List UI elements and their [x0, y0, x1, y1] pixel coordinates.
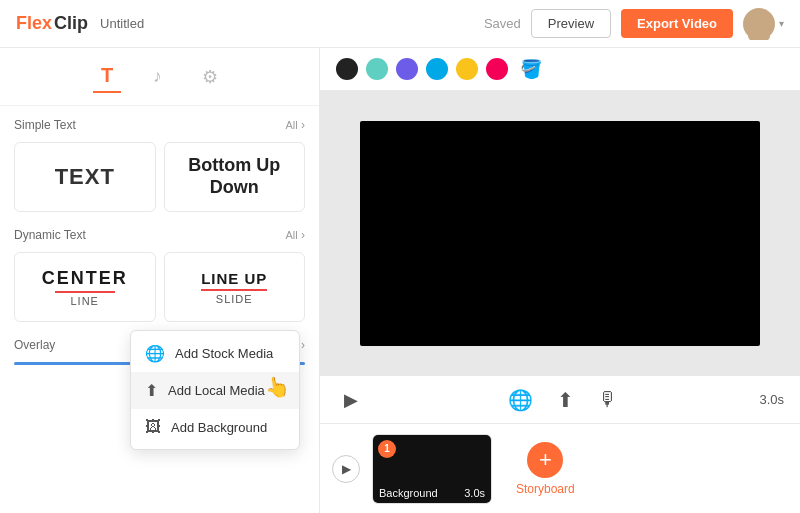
background-label: Add Background [171, 420, 267, 435]
timeline: ▶ 1 Background 3.0s + Storyboard [320, 423, 800, 513]
globe-icon: 🌐 [145, 344, 165, 363]
center-card-content: CENTER LINE [42, 268, 128, 307]
play-button[interactable]: ▶ [336, 385, 366, 415]
tab-music[interactable]: ♪ [145, 62, 170, 91]
canvas-area [320, 91, 800, 375]
fill-bucket-icon[interactable]: 🪣 [520, 58, 542, 80]
simple-text-header: Simple Text All › [14, 118, 305, 132]
preview-button[interactable]: Preview [531, 9, 611, 38]
lineup-main-text: LINE UP [201, 270, 267, 291]
text-card-bottomup[interactable]: Bottom UpDown [164, 142, 306, 212]
storyboard-button[interactable]: + Storyboard [504, 436, 587, 502]
tab-text[interactable]: T [93, 60, 121, 93]
image-icon: 🖼 [145, 418, 161, 436]
center-main-text: CENTER [42, 268, 128, 289]
upload-icon: ⬆ [145, 381, 158, 400]
logo-flex: Flex [16, 13, 52, 34]
svg-point-0 [752, 13, 766, 27]
text-card-center[interactable]: CENTER LINE [14, 252, 156, 322]
video-controls: ▶ 🌐 ⬆ 🎙 3.0s [320, 375, 800, 423]
color-swatch-purple[interactable] [396, 58, 418, 80]
clip-duration: 3.0s [464, 487, 485, 499]
svg-point-1 [748, 29, 770, 40]
main: T ♪ ⚙ Simple Text All › TEXT Bottom UpDo… [0, 48, 800, 513]
overlay-title: Overlay [14, 338, 55, 352]
avatar [743, 8, 775, 40]
navbar-right: Saved Preview Export Video ▾ [484, 8, 784, 40]
navbar-left: FlexClip Untitled [16, 13, 144, 34]
lineup-sub-text: SLIDE [201, 293, 267, 305]
color-swatch-pink[interactable] [486, 58, 508, 80]
chevron-down-icon: ▾ [779, 18, 784, 29]
timeline-play-button[interactable]: ▶ [332, 455, 360, 483]
avatar-wrapper[interactable]: ▾ [743, 8, 784, 40]
mic-control-icon[interactable]: 🎙 [590, 384, 626, 415]
dropdown-stock-media[interactable]: 🌐 Add Stock Media [131, 335, 299, 372]
export-button[interactable]: Export Video [621, 9, 733, 38]
right-panel: 🪣 ▶ 🌐 ⬆ 🎙 3.0s ▶ 1 Background 3.0s [320, 48, 800, 513]
upload-control-icon[interactable]: ⬆ [549, 384, 582, 416]
panel-content: Simple Text All › TEXT Bottom UpDown Dyn… [0, 106, 319, 513]
color-swatch-black[interactable] [336, 58, 358, 80]
tab-settings[interactable]: ⚙ [194, 62, 226, 92]
simple-text-all[interactable]: All › [285, 118, 305, 132]
color-bar: 🪣 [320, 48, 800, 91]
dropdown-background[interactable]: 🖼 Add Background [131, 409, 299, 445]
dynamic-text-grid: CENTER LINE LINE UP SLIDE [14, 252, 305, 322]
simple-text-grid: TEXT Bottom UpDown [14, 142, 305, 212]
text-card-simple[interactable]: TEXT [14, 142, 156, 212]
dynamic-text-title: Dynamic Text [14, 228, 86, 242]
video-canvas [360, 121, 760, 346]
local-media-label: Add Local Media [168, 383, 265, 398]
logo-clip: Clip [54, 13, 88, 34]
dynamic-text-header: Dynamic Text All › [14, 228, 305, 242]
control-icons: 🌐 ⬆ 🎙 [500, 384, 626, 416]
storyboard-label: Storyboard [516, 482, 575, 496]
color-swatch-teal[interactable] [366, 58, 388, 80]
simple-text-title: Simple Text [14, 118, 76, 132]
stock-media-label: Add Stock Media [175, 346, 273, 361]
text-card-lineup[interactable]: LINE UP SLIDE [164, 252, 306, 322]
clip-item[interactable]: 1 Background 3.0s [372, 434, 492, 504]
clip-badge: 1 [378, 440, 396, 458]
globe-control-icon[interactable]: 🌐 [500, 384, 541, 416]
storyboard-add-icon: + [527, 442, 563, 478]
panel-tabs: T ♪ ⚙ [0, 48, 319, 106]
center-sub-text: LINE [42, 295, 128, 307]
clip-label: Background [379, 487, 438, 499]
color-swatch-blue[interactable] [426, 58, 448, 80]
navbar: FlexClip Untitled Saved Preview Export V… [0, 0, 800, 48]
bottomup-text-label: Bottom UpDown [188, 155, 280, 198]
simple-text-label: TEXT [55, 164, 115, 190]
saved-status: Saved [484, 16, 521, 31]
dropdown-local-media[interactable]: ⬆ Add Local Media [131, 372, 299, 409]
logo: FlexClip [16, 13, 88, 34]
dropdown-menu: 🌐 Add Stock Media ⬆ Add Local Media 🖼 Ad… [130, 330, 300, 450]
lineup-card-content: LINE UP SLIDE [201, 270, 267, 305]
color-swatch-yellow[interactable] [456, 58, 478, 80]
project-title[interactable]: Untitled [100, 16, 144, 31]
time-display: 3.0s [759, 392, 784, 407]
dynamic-text-all[interactable]: All › [285, 228, 305, 242]
